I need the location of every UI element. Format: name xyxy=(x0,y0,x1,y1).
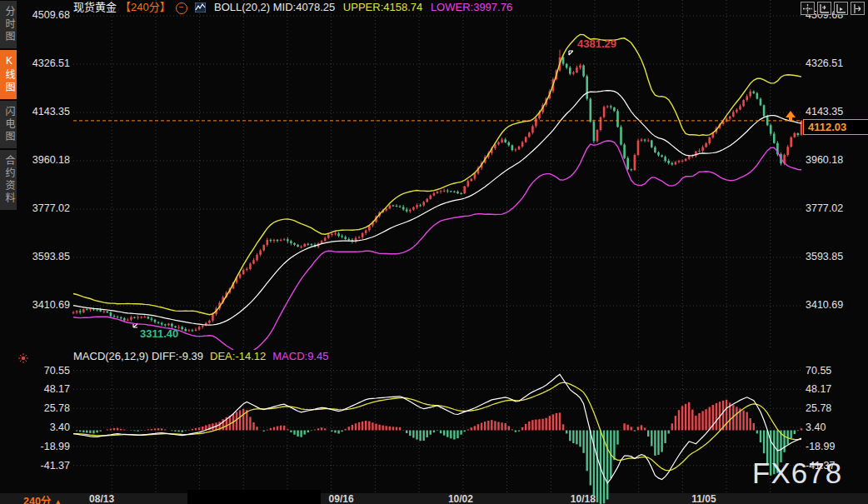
symbol-title: 现货黄金 xyxy=(73,1,117,13)
chart-toolbar xyxy=(801,2,865,15)
macd-value-label: MACD:9.45 xyxy=(272,350,328,362)
boll-lower-label: LOWER:3997.76 xyxy=(431,1,512,13)
price-axis-label-right: 3593.85 xyxy=(806,251,864,263)
price-axis-label-right: 4326.51 xyxy=(806,57,864,70)
interval-selector-arrow-icon: ▲ xyxy=(54,497,62,504)
price-axis-label-right: 3410.69 xyxy=(806,299,864,312)
price-axis-label-right: 4143.35 xyxy=(806,106,864,118)
price-axis-label-left: 3593.85 xyxy=(0,251,70,263)
chart-type-sidebar: 分时图K线图闪电图合约资料 xyxy=(0,1,17,212)
macd-diff-label: MACD(26,12,9) DIFF:-9.39 xyxy=(73,350,203,362)
sidebar-item-kline-chart[interactable]: K线图 xyxy=(0,50,17,99)
current-price-label: 4112.03 xyxy=(803,119,868,135)
price-axis-label-left: 3410.69 xyxy=(0,299,70,312)
crosshair-tool-button[interactable] xyxy=(801,2,815,15)
svg-text:3311.40: 3311.40 xyxy=(140,327,178,340)
price-axis-label-right: 3960.18 xyxy=(806,154,864,167)
interval-selector[interactable]: 240分 ▲ xyxy=(23,492,62,504)
macd-indicator-labels: MACD(26,12,9) DIFF:-9.39DEA:-14.12MACD:9… xyxy=(73,350,335,364)
main-candlestick-pane[interactable]: 4381.293311.40 xyxy=(0,0,868,350)
boll-indicator-label: BOLL(20,2) MID:4078.25 xyxy=(214,1,335,13)
axis-zoom-in-button[interactable] xyxy=(817,2,831,15)
chart-header: 现货黄金【240分】− BOLL(20,2) MID:4078.25 UPPER… xyxy=(73,0,517,15)
chart-application: 分时图K线图闪电图合约资料 现货黄金【240分】− BOLL(20,2) MID… xyxy=(0,0,868,504)
collapse-indicator-icon[interactable]: − xyxy=(176,2,187,14)
scrollbar-thumb[interactable] xyxy=(187,490,321,504)
panel-collapse-right-button[interactable] xyxy=(851,2,865,15)
indicator-settings-icon[interactable] xyxy=(18,352,28,367)
watermark: FX678 xyxy=(752,457,842,490)
boll-upper-label: UPPER:4158.74 xyxy=(343,1,422,13)
sidebar-item-time-chart[interactable]: 分时图 xyxy=(0,1,17,48)
interval-label: 【240分】 xyxy=(120,1,171,13)
macd-pane[interactable] xyxy=(0,350,868,504)
chart-type-icon[interactable] xyxy=(195,2,206,16)
sidebar-item-contract-info[interactable]: 合约资料 xyxy=(0,150,17,210)
sidebar-item-flash-chart[interactable]: 闪电图 xyxy=(0,101,17,148)
axis-zoom-out-button[interactable] xyxy=(834,2,848,15)
macd-dea-label: DEA:-14.12 xyxy=(210,350,266,362)
svg-text:4381.29: 4381.29 xyxy=(577,37,616,50)
price-axis-label-right: 3777.02 xyxy=(806,202,864,215)
interval-selector-label: 240分 xyxy=(23,496,51,504)
